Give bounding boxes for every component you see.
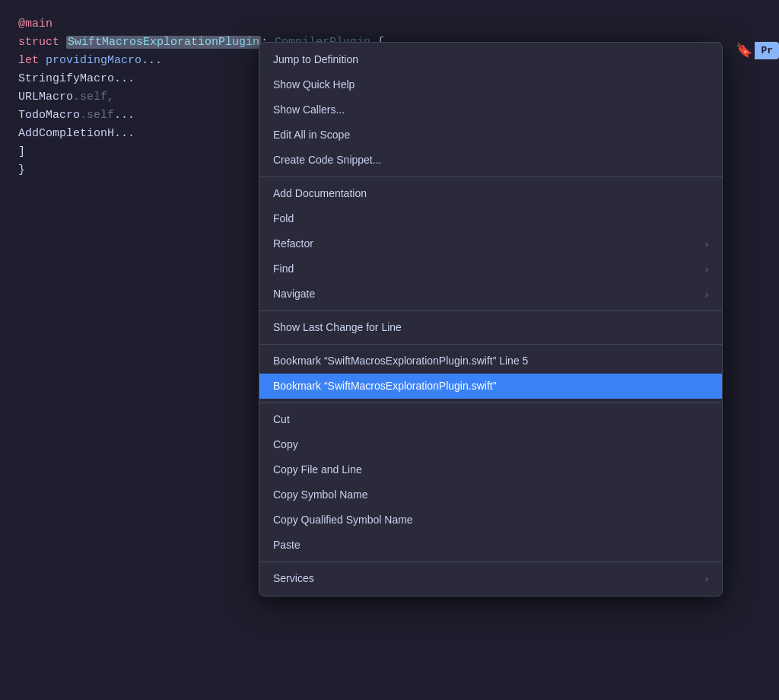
menu-item-paste[interactable]: Paste	[259, 533, 722, 558]
menu-item-jump-to-definition[interactable]: Jump to Definition	[259, 47, 722, 72]
menu-item-navigate[interactable]: Navigate›	[259, 282, 722, 307]
menu-item-label-copy-qualified-symbol-name: Copy Qualified Symbol Name	[273, 512, 413, 528]
menu-item-label-services: Services	[273, 571, 314, 587]
menu-item-services[interactable]: Services›	[259, 566, 722, 591]
menu-item-refactor[interactable]: Refactor›	[259, 231, 722, 256]
menu-item-label-paste: Paste	[273, 537, 300, 553]
context-menu: Jump to DefinitionShow Quick HelpShow Ca…	[259, 42, 723, 597]
menu-divider	[259, 177, 722, 177]
menu-divider	[259, 310, 722, 311]
menu-item-show-callers[interactable]: Show Callers...	[259, 97, 722, 123]
menu-item-label-refactor: Refactor	[273, 236, 313, 252]
menu-item-label-create-code-snippet: Create Code Snippet...	[273, 152, 381, 168]
menu-item-copy-qualified-symbol-name[interactable]: Copy Qualified Symbol Name	[259, 508, 722, 533]
menu-item-bookmark-line5[interactable]: Bookmark “SwiftMacrosExplorationPlugin.s…	[259, 348, 722, 374]
menu-item-label-copy-symbol-name: Copy Symbol Name	[273, 487, 368, 503]
menu-item-cut[interactable]: Cut	[259, 407, 722, 432]
menu-item-add-documentation[interactable]: Add Documentation	[259, 181, 722, 206]
menu-item-copy-symbol-name[interactable]: Copy Symbol Name	[259, 482, 722, 508]
menu-item-bookmark-file[interactable]: Bookmark “SwiftMacrosExplorationPlugin.s…	[259, 374, 722, 399]
menu-item-show-quick-help[interactable]: Show Quick Help	[259, 72, 722, 97]
menu-item-create-code-snippet[interactable]: Create Code Snippet...	[259, 148, 722, 173]
menu-item-label-add-documentation: Add Documentation	[273, 186, 367, 202]
toolbar-right: 🔖 Pr	[733, 37, 779, 64]
pr-button[interactable]: Pr	[755, 42, 779, 59]
menu-item-label-bookmark-file: Bookmark “SwiftMacrosExplorationPlugin.s…	[273, 378, 496, 394]
menu-item-label-show-quick-help: Show Quick Help	[273, 77, 355, 93]
menu-item-label-show-callers: Show Callers...	[273, 102, 345, 118]
submenu-arrow-find: ›	[705, 262, 708, 277]
menu-item-edit-all-in-scope[interactable]: Edit All in Scope	[259, 123, 722, 148]
menu-item-label-bookmark-line5: Bookmark “SwiftMacrosExplorationPlugin.s…	[273, 353, 528, 369]
menu-item-label-jump-to-definition: Jump to Definition	[273, 52, 358, 68]
submenu-arrow-navigate: ›	[705, 287, 708, 302]
menu-item-label-edit-all-in-scope: Edit All in Scope	[273, 127, 350, 143]
menu-item-show-last-change[interactable]: Show Last Change for Line	[259, 315, 722, 340]
menu-item-label-show-last-change: Show Last Change for Line	[273, 320, 402, 336]
menu-item-label-find: Find	[273, 261, 294, 277]
code-line-1: @main	[18, 15, 761, 33]
menu-item-label-copy-file-and-line: Copy File and Line	[273, 462, 362, 478]
submenu-arrow-refactor: ›	[705, 237, 708, 252]
menu-item-label-cut: Cut	[273, 412, 290, 428]
menu-item-fold[interactable]: Fold	[259, 206, 722, 231]
menu-divider	[259, 402, 722, 403]
menu-item-copy[interactable]: Copy	[259, 432, 722, 457]
menu-item-copy-file-and-line[interactable]: Copy File and Line	[259, 457, 722, 482]
menu-item-label-navigate: Navigate	[273, 286, 315, 302]
submenu-arrow-services: ›	[705, 571, 708, 587]
menu-item-find[interactable]: Find›	[259, 256, 722, 282]
menu-item-label-fold: Fold	[273, 211, 294, 227]
bookmark-icon[interactable]: 🔖	[733, 37, 755, 64]
menu-item-label-copy: Copy	[273, 437, 298, 453]
menu-divider	[259, 344, 722, 345]
menu-divider	[259, 562, 722, 562]
